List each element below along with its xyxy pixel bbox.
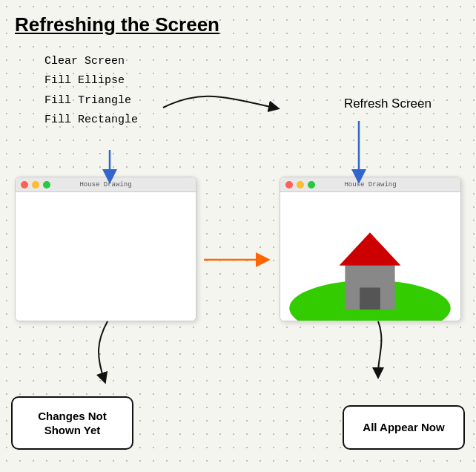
left-window-titlebar: House Drawing <box>16 177 196 192</box>
code-item-4: Fill Rectangle <box>44 111 138 130</box>
right-window-titlebar: House Drawing <box>280 177 460 192</box>
window-dot-yellow-right <box>297 181 304 189</box>
right-window-title: House Drawing <box>344 181 396 189</box>
house-drawing <box>280 192 460 321</box>
svg-rect-3 <box>360 288 380 310</box>
code-item-2: Fill Ellipse <box>44 71 138 91</box>
refresh-screen-label: Refresh Screen <box>344 96 432 111</box>
window-dot-red-right <box>285 181 293 189</box>
window-dot-green <box>43 181 50 189</box>
code-list: Clear Screen Fill Ellipse Fill Triangle … <box>44 52 138 130</box>
page-content: Refreshing the Screen Clear Screen Fill … <box>0 0 476 472</box>
svg-marker-2 <box>339 232 400 265</box>
all-appear-now-label: All Appear Now <box>343 405 465 450</box>
left-window: House Drawing <box>15 177 196 321</box>
code-item-1: Clear Screen <box>44 52 138 71</box>
left-window-title: House Drawing <box>79 181 131 189</box>
window-dot-green-right <box>308 181 315 189</box>
window-dot-red <box>21 181 28 189</box>
right-window: House Drawing <box>280 177 461 321</box>
page-title: Refreshing the Screen <box>15 13 219 36</box>
right-window-body <box>280 192 460 321</box>
code-item-3: Fill Triangle <box>44 91 138 111</box>
left-window-body <box>16 192 196 321</box>
window-dot-yellow <box>32 181 39 189</box>
changes-not-shown-label: Changes NotShown Yet <box>11 396 133 450</box>
